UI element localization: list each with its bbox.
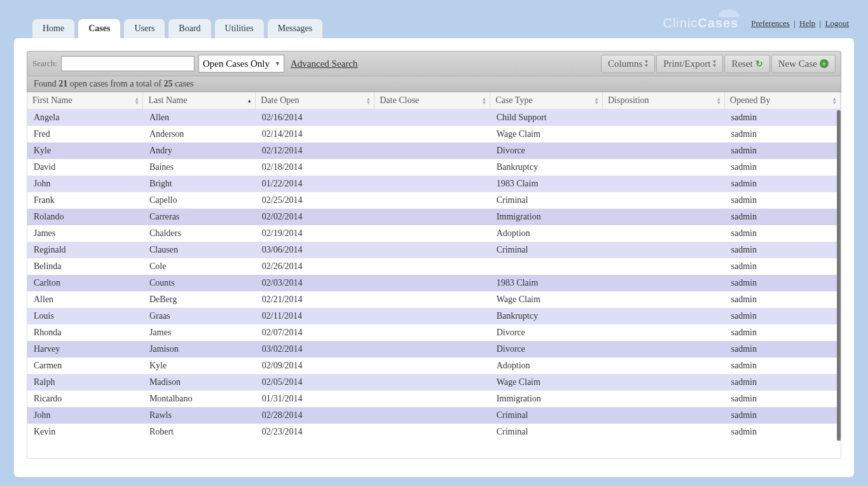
table-row[interactable]: JohnRawls02/28/2014Criminalsadmin	[27, 407, 841, 424]
cell-dc	[375, 358, 490, 374]
cloud-icon	[716, 8, 741, 20]
advanced-search-link[interactable]: Advanced Search	[291, 59, 357, 69]
col-last-name[interactable]: Last Name▴	[143, 92, 256, 109]
cell-fn: Ricardo	[27, 391, 143, 407]
cell-fn: Rolando	[27, 209, 143, 225]
col-date-open[interactable]: Date Open▴▾	[256, 92, 375, 109]
col-date-close[interactable]: Date Close▴▾	[375, 92, 490, 109]
cell-ln: Anderson	[143, 126, 256, 142]
table-row[interactable]: FrankCapello02/25/2014Criminalsadmin	[27, 192, 841, 209]
cell-dc	[375, 242, 490, 258]
cell-ob: sadmin	[725, 291, 841, 308]
filter-select-wrap: Open Cases Only	[198, 55, 284, 73]
chevron-down-icon: ▾▾	[713, 60, 716, 67]
results-suffix: cases	[173, 79, 194, 88]
search-input[interactable]	[61, 56, 195, 71]
table-wrap: First Name▴▾ Last Name▴ Date Open▴▾ Date…	[27, 92, 841, 459]
preferences-link[interactable]: Preferences	[751, 18, 790, 28]
cell-ct: Bankruptcy	[490, 159, 603, 176]
cell-di	[603, 159, 725, 176]
col-opened-by[interactable]: Opened By▴▾	[725, 92, 841, 109]
cell-di	[603, 358, 725, 374]
scrollbar[interactable]	[837, 110, 841, 441]
table-row[interactable]: RolandoCarreras02/02/2014Immigrationsadm…	[27, 209, 841, 225]
tab-messages[interactable]: Messages	[267, 18, 323, 38]
cell-ct: Adoption	[490, 358, 603, 374]
cell-ln: Cole	[143, 258, 256, 275]
cell-do: 02/21/2014	[256, 291, 375, 308]
cell-fn: Belinda	[27, 258, 143, 275]
table-row[interactable]: DavidBaines02/18/2014Bankruptcysadmin	[27, 159, 841, 176]
tab-utilities[interactable]: Utilities	[214, 18, 265, 38]
table-row[interactable]: CarmenKyle02/09/2014Adoptionsadmin	[27, 358, 841, 374]
table-row[interactable]: HarveyJamison03/02/2014Divorcesadmin	[27, 341, 841, 358]
table-row[interactable]: FredAnderson02/14/2014Wage Claimsadmin	[27, 126, 841, 142]
plus-icon: +	[820, 59, 829, 68]
columns-button[interactable]: Columns ▾▾	[601, 55, 655, 73]
columns-label: Columns	[608, 59, 642, 69]
table-row[interactable]: CarltonCounts02/03/20141983 Claimsadmin	[27, 275, 841, 291]
col-disposition[interactable]: Disposition▴▾	[603, 92, 725, 109]
tab-home[interactable]: Home	[32, 18, 75, 38]
cell-fn: Angela	[27, 109, 143, 127]
chevron-down-icon: ▾▾	[645, 60, 648, 67]
cell-ln: Jamison	[143, 341, 256, 358]
table-row[interactable]: KevinRobert02/23/2014Criminalsadmin	[27, 424, 841, 437]
cell-do: 02/11/2014	[256, 308, 375, 324]
cell-ob: sadmin	[725, 407, 841, 424]
table-row[interactable]: ReginaldClausen03/06/2014Criminalsadmin	[27, 242, 841, 258]
cell-dc	[375, 192, 490, 209]
cell-ln: DeBerg	[143, 291, 256, 308]
cell-ln: Baines	[143, 159, 256, 176]
reset-label: Reset	[731, 59, 752, 69]
col-first-name[interactable]: First Name▴▾	[27, 92, 143, 109]
cell-ob: sadmin	[725, 258, 841, 275]
cell-di	[603, 225, 725, 242]
table-row[interactable]: AllenDeBerg02/21/2014Wage Claimsadmin	[27, 291, 841, 308]
help-link[interactable]: Help	[799, 18, 815, 28]
table-row[interactable]: AngelaAllen02/16/2014Child Supportsadmin	[27, 109, 841, 127]
table-row[interactable]: RhondaJames02/07/2014Divorcesadmin	[27, 324, 841, 341]
toolbar-right: Columns ▾▾ Print/Export ▾▾ Reset ↻ New C…	[601, 55, 836, 73]
cell-dc	[375, 142, 490, 159]
table-row[interactable]: RalphMadison02/05/2014Wage Claimsadmin	[27, 374, 841, 391]
cell-ln: Kyle	[143, 358, 256, 374]
table-row[interactable]: BelindaCole02/26/2014sadmin	[27, 258, 841, 275]
results-mid: open cases from a total of	[67, 79, 163, 88]
cell-do: 02/02/2014	[256, 209, 375, 225]
table-row[interactable]: RicardoMontalbano01/31/2014Immigrationsa…	[27, 391, 841, 407]
cell-fn: James	[27, 225, 143, 242]
cell-di	[603, 308, 725, 324]
cell-ln: Capello	[143, 192, 256, 209]
reset-button[interactable]: Reset ↻	[724, 55, 769, 73]
new-case-button[interactable]: New Case +	[771, 55, 836, 73]
cell-fn: Harvey	[27, 341, 143, 358]
cell-dc	[375, 391, 490, 407]
cell-ob: sadmin	[725, 142, 841, 159]
cell-di	[603, 142, 725, 159]
table-row[interactable]: JamesChalders02/19/2014Adoptionsadmin	[27, 225, 841, 242]
table-row[interactable]: JohnBright01/22/20141983 Claimsadmin	[27, 176, 841, 192]
table-row[interactable]: LouisGraas02/11/2014Bankruptcysadmin	[27, 308, 841, 324]
cell-ln: Allen	[143, 109, 256, 127]
filter-select[interactable]: Open Cases Only	[198, 55, 284, 73]
tab-users[interactable]: Users	[123, 18, 165, 38]
cell-dc	[375, 424, 490, 437]
cell-ob: sadmin	[725, 424, 841, 437]
table-row[interactable]: KyleAndry02/12/2014Divorcesadmin	[27, 142, 841, 159]
cell-ct: Bankruptcy	[490, 308, 603, 324]
tab-board[interactable]: Board	[168, 18, 211, 38]
cell-ct: Criminal	[490, 242, 603, 258]
cell-ob: sadmin	[725, 324, 841, 341]
print-export-button[interactable]: Print/Export ▾▾	[656, 55, 723, 73]
logout-link[interactable]: Logout	[825, 18, 849, 28]
cases-table: First Name▴▾ Last Name▴ Date Open▴▾ Date…	[27, 92, 841, 437]
tab-cases[interactable]: Cases	[78, 18, 121, 38]
cell-ct: Immigration	[490, 209, 603, 225]
cell-do: 02/26/2014	[256, 258, 375, 275]
cell-ct: Divorce	[490, 142, 603, 159]
cell-fn: David	[27, 159, 143, 176]
cell-ob: sadmin	[725, 209, 841, 225]
col-case-type[interactable]: Case Type▴▾	[490, 92, 603, 109]
new-case-label: New Case	[778, 59, 817, 69]
